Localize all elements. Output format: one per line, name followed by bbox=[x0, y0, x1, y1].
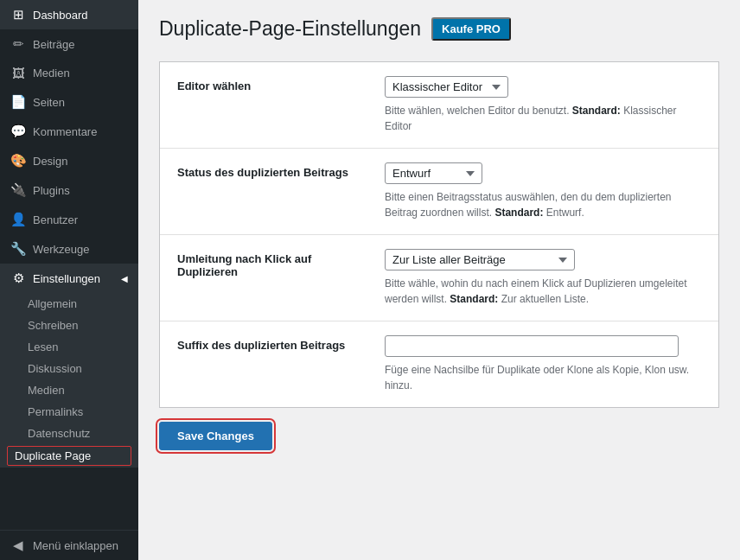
einstellungen-icon: ⚙ bbox=[10, 270, 26, 286]
medien-icon: 🖼 bbox=[10, 66, 26, 80]
settings-row-suffix: Suffix des duplizierten Beitrags Füge ei… bbox=[160, 321, 718, 407]
umleitung-control: Zur Liste aller Beiträge Zum duplizierte… bbox=[385, 249, 701, 307]
save-btn-area: Save Changes bbox=[159, 422, 719, 450]
pro-badge-button[interactable]: Kaufe PRO bbox=[431, 17, 511, 41]
status-label: Status des duplizierten Beitrags bbox=[177, 162, 367, 179]
umleitung-select[interactable]: Zur Liste aller Beiträge Zum duplizierte… bbox=[385, 249, 575, 270]
sidebar: ⊞ Dashboard ✏ Beiträge 🖼 Medien 📄 Seiten… bbox=[0, 0, 138, 560]
submenu-duplicate-page[interactable]: Duplicate Page bbox=[7, 446, 131, 466]
umleitung-label: Umleitung nach Klick auf Duplizieren bbox=[177, 249, 367, 278]
page-title: Duplicate-Page-Einstellungen bbox=[159, 17, 421, 41]
submenu-lesen[interactable]: Lesen bbox=[0, 336, 138, 358]
einstellungen-submenu: Allgemein Schreiben Lesen Diskussion Med… bbox=[0, 293, 138, 468]
suffix-label: Suffix des duplizierten Beitrags bbox=[177, 335, 367, 352]
status-select[interactable]: Entwurf Veröffentlicht Ausstehend bbox=[385, 162, 482, 184]
sidebar-item-design[interactable]: 🎨 Design bbox=[0, 146, 138, 175]
chevron-icon: ◀ bbox=[121, 274, 128, 283]
beitraege-icon: ✏ bbox=[10, 36, 26, 52]
plugins-icon: 🔌 bbox=[10, 182, 26, 198]
editor-description: Bitte wählen, welchen Editor du benutzt.… bbox=[385, 103, 701, 134]
suffix-description: Füge eine Nachsilbe für Duplikate oder K… bbox=[385, 362, 701, 393]
settings-form: Editor wählen Klassischer Editor Block E… bbox=[159, 61, 719, 408]
suffix-input[interactable] bbox=[385, 335, 679, 357]
suffix-control: Füge eine Nachsilbe für Duplikate oder K… bbox=[385, 335, 701, 393]
sidebar-item-dashboard[interactable]: ⊞ Dashboard bbox=[0, 0, 138, 29]
sidebar-item-kommentare[interactable]: 💬 Kommentare bbox=[0, 117, 138, 146]
sidebar-item-plugins[interactable]: 🔌 Plugins bbox=[0, 175, 138, 205]
sidebar-item-einstellungen[interactable]: ⚙ Einstellungen ◀ bbox=[0, 264, 138, 293]
settings-row-editor: Editor wählen Klassischer Editor Block E… bbox=[160, 62, 718, 149]
editor-label: Editor wählen bbox=[177, 76, 367, 92]
status-control: Entwurf Veröffentlicht Ausstehend Bitte … bbox=[385, 162, 701, 220]
werkzeuge-icon: 🔧 bbox=[10, 241, 26, 257]
submenu-schreiben[interactable]: Schreiben bbox=[0, 315, 138, 336]
submenu-allgemein[interactable]: Allgemein bbox=[0, 293, 138, 315]
sidebar-item-werkzeuge[interactable]: 🔧 Werkzeuge bbox=[0, 234, 138, 264]
dashboard-icon: ⊞ bbox=[10, 7, 26, 22]
settings-row-status: Status des duplizierten Beitrags Entwurf… bbox=[160, 149, 718, 235]
main-content: Duplicate-Page-Einstellungen Kaufe PRO E… bbox=[138, 0, 740, 560]
kommentare-icon: 💬 bbox=[10, 124, 26, 139]
umleitung-description: Bitte wähle, wohin du nach einem Klick a… bbox=[385, 276, 701, 307]
sidebar-item-seiten[interactable]: 📄 Seiten bbox=[0, 87, 138, 117]
submenu-diskussion[interactable]: Diskussion bbox=[0, 358, 138, 379]
editor-select[interactable]: Klassischer Editor Block Editor bbox=[385, 76, 508, 98]
sidebar-item-benutzer[interactable]: 👤 Benutzer bbox=[0, 205, 138, 234]
editor-control: Klassischer Editor Block Editor Bitte wä… bbox=[385, 76, 701, 134]
save-changes-button[interactable]: Save Changes bbox=[159, 422, 272, 450]
page-header: Duplicate-Page-Einstellungen Kaufe PRO bbox=[159, 17, 719, 41]
submenu-datenschutz[interactable]: Datenschutz bbox=[0, 423, 138, 444]
sidebar-item-beitraege[interactable]: ✏ Beiträge bbox=[0, 29, 138, 59]
submenu-medien[interactable]: Medien bbox=[0, 379, 138, 401]
status-description: Bitte einen Beitragsstatus auswählen, de… bbox=[385, 189, 701, 220]
design-icon: 🎨 bbox=[10, 153, 26, 169]
submenu-permalinks[interactable]: Permalinks bbox=[0, 401, 138, 423]
collapse-icon: ◀ bbox=[10, 538, 26, 553]
sidebar-item-medien[interactable]: 🖼 Medien bbox=[0, 59, 138, 87]
seiten-icon: 📄 bbox=[10, 94, 26, 110]
collapse-menu-button[interactable]: ◀ Menü einklappen bbox=[0, 531, 138, 560]
benutzer-icon: 👤 bbox=[10, 212, 26, 227]
sidebar-footer: ◀ Menü einklappen bbox=[0, 530, 138, 560]
settings-row-umleitung: Umleitung nach Klick auf Duplizieren Zur… bbox=[160, 235, 718, 321]
